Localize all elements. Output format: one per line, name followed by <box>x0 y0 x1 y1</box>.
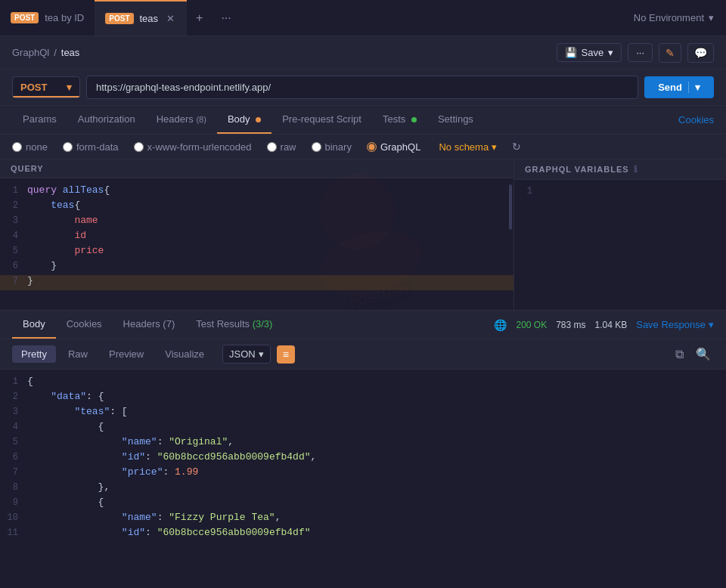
send-dropdown-icon[interactable]: ▾ <box>688 82 700 93</box>
resp-line-1: 1 { <box>0 376 726 391</box>
tab-body[interactable]: Body <box>217 106 271 134</box>
resp-tab-test-results[interactable]: Test Results (3/3) <box>185 311 283 339</box>
close-tab-button[interactable]: ✕ <box>164 13 176 25</box>
status-code-text: 200 OK <box>516 320 547 330</box>
resp-cookies-label: Cookies <box>67 318 102 330</box>
scroll-thumb <box>509 184 512 230</box>
copy-icon: ⧉ <box>675 348 684 361</box>
view-tab-pretty[interactable]: Pretty <box>12 345 56 363</box>
request-tabs-left: Params Authorization Headers (8) Body Pr… <box>12 106 484 134</box>
prerequest-label: Pre-request Script <box>282 113 361 125</box>
url-input[interactable] <box>86 76 638 99</box>
resp-line-5: 5 "name": "Original", <box>0 436 726 451</box>
code-line-6: 6 } <box>0 260 513 275</box>
save-button[interactable]: 💾 Save ▾ <box>557 43 622 62</box>
radio-raw[interactable] <box>267 142 277 152</box>
tab-tea-by-id[interactable]: POST tea by ID <box>0 0 95 36</box>
method-select[interactable]: POST ▾ <box>12 76 80 98</box>
save-label: Save <box>582 47 604 58</box>
format-select[interactable]: JSON ▾ <box>222 345 271 364</box>
view-tab-visualize[interactable]: Visualize <box>156 345 213 363</box>
globe-icon: 🌐 <box>494 319 507 331</box>
option-raw[interactable]: raw <box>267 141 296 153</box>
method-dropdown-icon: ▾ <box>67 82 72 93</box>
resp-tab-body[interactable]: Body <box>12 311 56 339</box>
cookies-link[interactable]: Cookies <box>678 107 714 133</box>
format-chevron: ▾ <box>259 348 264 360</box>
resp-tab-headers[interactable]: Headers (7) <box>113 311 186 339</box>
body-label: Body <box>228 113 250 125</box>
search-response-button[interactable]: 🔍 <box>693 344 714 364</box>
tab-settings[interactable]: Settings <box>427 106 484 134</box>
tab-teas[interactable]: POST teas ✕ <box>95 0 187 36</box>
settings-label: Settings <box>438 113 473 125</box>
response-time: 783 ms <box>556 320 585 330</box>
save-icon: 💾 <box>565 47 577 58</box>
option-none[interactable]: none <box>12 141 48 153</box>
info-icon[interactable]: ℹ <box>634 164 638 175</box>
resp-line-6: 6 "id": "60b8bccd956abb0009efb4dd", <box>0 451 726 466</box>
resp-line-10: 10 "name": "Fizzy Purple Tea", <box>0 512 726 527</box>
comment-button[interactable]: 💬 <box>687 43 714 63</box>
graphql-vars-label: GRAPHQL VARIABLES <box>525 165 629 174</box>
status-code: 200 OK <box>516 320 547 330</box>
query-panel: QUERY 1 query allTeas{ 2 teas{ 3 name 4 <box>0 159 514 310</box>
comment-icon: 💬 <box>694 47 707 59</box>
no-schema-button[interactable]: No schema ▾ <box>439 141 497 153</box>
pretty-label: Pretty <box>21 348 47 360</box>
headers-label: Headers (8) <box>157 113 206 125</box>
view-tab-preview[interactable]: Preview <box>100 345 153 363</box>
more-icon: ··· <box>636 47 644 58</box>
resp-headers-label: Headers (7) <box>123 318 175 330</box>
request-tabs: Params Authorization Headers (8) Body Pr… <box>0 106 726 135</box>
send-label: Send <box>658 82 682 93</box>
more-tabs-button[interactable]: ··· <box>212 0 240 36</box>
resp-line-2: 2 "data": { <box>0 391 726 406</box>
radio-none[interactable] <box>12 142 22 152</box>
option-form-data[interactable]: form-data <box>63 141 119 153</box>
breadcrumb-current: teas <box>61 47 80 58</box>
save-response-button[interactable]: Save Response ▾ <box>636 319 714 330</box>
query-editor[interactable]: 1 query allTeas{ 2 teas{ 3 name 4 id <box>0 178 513 310</box>
variables-editor[interactable]: 1 <box>514 180 726 310</box>
radio-urlencoded[interactable] <box>134 142 144 152</box>
send-button[interactable]: Send ▾ <box>644 76 714 98</box>
variables-header: GRAPHQL VARIABLES ℹ <box>514 159 726 180</box>
breadcrumb-bar: GraphQl / teas 💾 Save ▾ ··· ✎ 💬 <box>0 36 726 70</box>
resp-line-11: 11 "id": "60b8bcce956abb0009efb4df" <box>0 527 726 542</box>
option-graphql[interactable]: GraphQL <box>367 141 420 153</box>
radio-form-data[interactable] <box>63 142 73 152</box>
option-binary[interactable]: binary <box>312 141 352 153</box>
response-tabs-bar: Body Cookies Headers (7) Test Results (3… <box>0 311 726 339</box>
refresh-schema-button[interactable]: ↻ <box>512 141 521 153</box>
radio-graphql[interactable] <box>367 142 377 152</box>
var-line-1: 1 <box>514 186 726 201</box>
breadcrumb-actions: 💾 Save ▾ ··· ✎ 💬 <box>557 43 714 63</box>
tab-tests[interactable]: Tests <box>372 106 427 134</box>
save-response-label: Save Response <box>636 319 706 330</box>
editor-section: POSTMAN QUERY 1 query allTeas{ 2 teas{ 3… <box>0 159 726 311</box>
radio-binary[interactable] <box>312 142 321 152</box>
copy-response-button[interactable]: ⧉ <box>672 345 687 364</box>
body-options: none form-data x-www-form-urlencoded raw… <box>0 135 726 159</box>
tab-authorization[interactable]: Authorization <box>67 106 146 134</box>
more-options-button[interactable]: ··· <box>628 43 653 62</box>
resp-line-3: 3 "teas": [ <box>0 406 726 421</box>
resp-tab-cookies[interactable]: Cookies <box>56 311 113 339</box>
add-tab-button[interactable]: + <box>187 0 212 36</box>
variables-panel: GRAPHQL VARIABLES ℹ 1 <box>514 159 726 310</box>
environment-selector[interactable]: No Environment ▾ <box>634 12 714 23</box>
filter-button[interactable]: ≡ <box>277 345 295 364</box>
env-label: No Environment <box>634 12 704 23</box>
view-tab-raw[interactable]: Raw <box>59 345 97 363</box>
resp-line-7: 7 "price": 1.99 <box>0 466 726 481</box>
response-tabs-left: Body Cookies Headers (7) Test Results (3… <box>12 311 283 339</box>
option-urlencoded[interactable]: x-www-form-urlencoded <box>134 141 252 153</box>
response-body[interactable]: 1 { 2 "data": { 3 "teas": [ 4 { 5 <box>0 370 726 588</box>
tab-params[interactable]: Params <box>12 106 67 134</box>
query-header: QUERY <box>0 159 513 178</box>
tab-prerequest[interactable]: Pre-request Script <box>271 106 372 134</box>
tab-headers[interactable]: Headers (8) <box>146 106 217 134</box>
edit-button[interactable]: ✎ <box>659 43 681 63</box>
format-label: JSON <box>229 348 256 360</box>
